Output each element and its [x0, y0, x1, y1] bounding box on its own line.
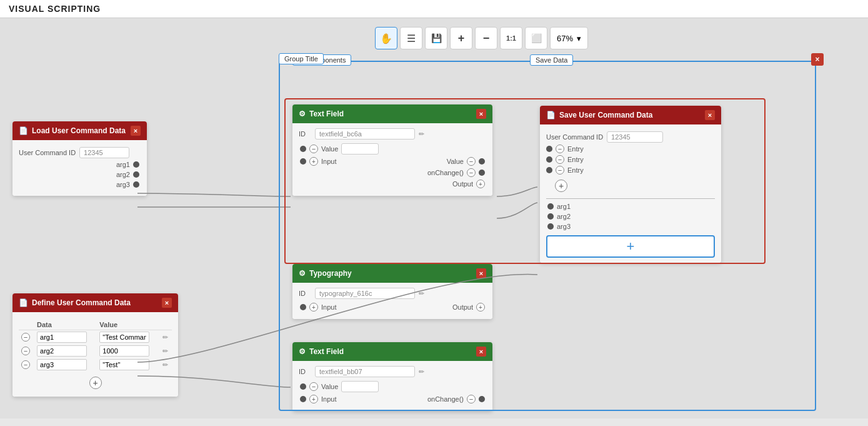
hand-tool-button[interactable]	[375, 27, 397, 49]
define-row2-edit[interactable]: ✏	[162, 347, 168, 355]
define-row2-value[interactable]	[99, 345, 149, 357]
define-row3-remove[interactable]: −	[21, 360, 30, 369]
define-col-spacer	[19, 320, 34, 330]
define-row3-value[interactable]	[99, 359, 149, 370]
define-row3-data[interactable]	[37, 359, 87, 370]
group-title-label: Group Title	[279, 53, 324, 64]
zoom-out-button[interactable]	[475, 27, 497, 49]
list-view-button[interactable]	[400, 27, 422, 49]
define-row3-edit[interactable]: ✏	[162, 361, 168, 368]
load-arg2-label: arg2	[116, 171, 130, 178]
define-card: 📄 Define User Command Data × Data Value	[12, 293, 178, 397]
app-title: VISUAL SCRIPTING	[9, 4, 101, 14]
load-card-title: Load User Command Data	[32, 126, 126, 135]
group-container: UI Components Save Data ×	[279, 61, 816, 411]
zoom-selector[interactable]: 67% ▾	[550, 27, 588, 49]
load-arg3-port	[133, 181, 139, 188]
load-card-icon: 📄	[19, 126, 28, 135]
load-card-body: User Command ID arg1 arg2	[12, 140, 147, 196]
define-row1-remove[interactable]: −	[21, 333, 30, 342]
load-field-row: User Command ID	[19, 147, 141, 158]
chevron-down-icon: ▾	[577, 34, 581, 43]
group-close-button[interactable]: ×	[811, 53, 824, 66]
table-row: − ✏	[19, 358, 172, 372]
top-bar: VISUAL SCRIPTING	[0, 0, 868, 18]
load-card-header: 📄 Load User Command Data ×	[12, 121, 147, 140]
define-table: Data Value − ✏ −	[19, 320, 172, 372]
define-row2-remove[interactable]: −	[21, 347, 30, 355]
canvas-area: 67% ▾ Group Title UI Components Save Dat…	[0, 18, 868, 418]
define-row1-data[interactable]	[37, 332, 87, 343]
load-arg1-row: arg1	[19, 161, 141, 168]
subgroup-save-label: Save Data	[530, 54, 573, 66]
table-row: − ✏	[19, 330, 172, 345]
define-card-icon: 📄	[19, 298, 28, 307]
define-card-close[interactable]: ×	[162, 298, 172, 308]
table-row: − ✏	[19, 344, 172, 358]
define-row2-data[interactable]	[37, 345, 87, 357]
load-arg2-port	[133, 171, 139, 178]
define-col-action	[160, 320, 172, 330]
define-col-value: Value	[97, 320, 159, 330]
define-card-header: 📄 Define User Command Data ×	[12, 293, 178, 312]
load-arg1-port	[133, 161, 139, 168]
load-arg2-row: arg2	[19, 171, 141, 178]
define-col-data: Data	[34, 320, 97, 330]
define-card-title: Define User Command Data	[32, 298, 131, 307]
load-card-close[interactable]: ×	[131, 126, 141, 136]
define-row1-edit[interactable]: ✏	[162, 333, 168, 341]
define-add-button[interactable]: +	[89, 377, 102, 389]
fit-button[interactable]	[500, 27, 522, 49]
load-arg3-row: arg3	[19, 181, 141, 188]
zoom-in-button[interactable]	[450, 27, 472, 49]
toolbar: 67% ▾	[375, 27, 588, 49]
load-field-input[interactable]	[79, 147, 129, 158]
load-arg1-label: arg1	[116, 161, 130, 168]
load-card: 📄 Load User Command Data × User Command …	[12, 121, 147, 196]
define-row1-value[interactable]	[99, 332, 149, 343]
save-button[interactable]	[425, 27, 447, 49]
frame-button[interactable]	[525, 27, 547, 49]
load-arg3-label: arg3	[116, 181, 130, 188]
zoom-value: 67%	[557, 34, 573, 43]
define-card-body: Data Value − ✏ −	[12, 312, 178, 397]
load-field-label: User Command ID	[19, 149, 76, 156]
